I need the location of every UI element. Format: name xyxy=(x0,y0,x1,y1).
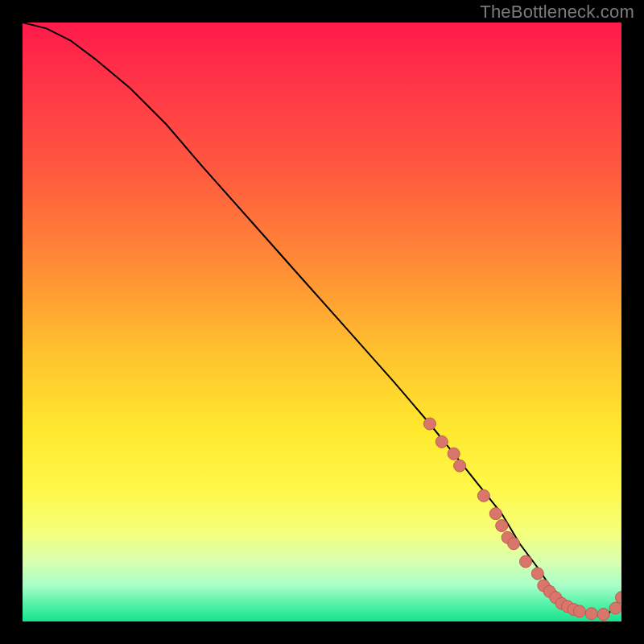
watermark-text: TheBottleneck.com xyxy=(480,2,634,23)
highlight-marker xyxy=(573,605,585,617)
highlight-marker xyxy=(508,538,520,550)
highlight-marker xyxy=(585,608,597,620)
bottleneck-chart-svg xyxy=(23,23,621,621)
chart-frame: TheBottleneck.com xyxy=(0,0,644,644)
highlight-marker xyxy=(496,520,508,532)
highlight-marker xyxy=(436,436,448,448)
highlight-marker xyxy=(597,609,609,621)
highlight-marker xyxy=(477,489,489,502)
highlight-marker xyxy=(423,418,436,430)
highlight-marker xyxy=(489,508,502,520)
highlight-marker xyxy=(531,568,543,580)
plot-area xyxy=(23,23,621,621)
gradient-background xyxy=(23,23,621,621)
highlight-marker xyxy=(448,448,460,460)
highlight-marker xyxy=(520,555,532,568)
highlight-marker xyxy=(454,460,466,472)
highlight-marker xyxy=(609,602,621,614)
